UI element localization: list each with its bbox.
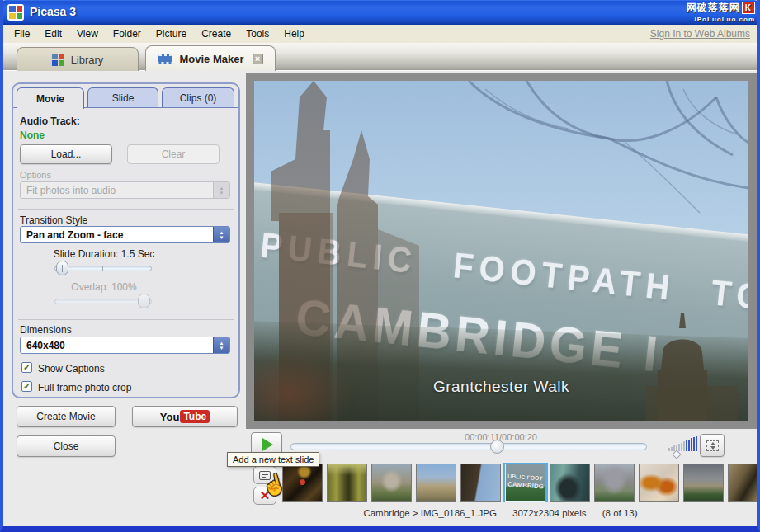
timeline-thumb[interactable] — [490, 440, 504, 454]
menu-item-file[interactable]: File — [7, 26, 37, 42]
status-position: (8 of 13) — [602, 508, 638, 518]
watermark: 网破落落网K iPoLuoLuo.com — [687, 2, 755, 25]
sign-in-link[interactable]: Sign In to Web Albums — [650, 28, 750, 40]
cupola-dome — [630, 304, 737, 421]
slider-thumb[interactable] — [56, 261, 68, 275]
full-frame-checkbox[interactable]: ✓ — [21, 381, 32, 392]
transition-style-select[interactable]: Pan and Zoom - face ▲▼ — [20, 226, 230, 243]
filmstrip-thumbnail-cambridge-sign[interactable]: UBLIC FOOTCAMBRIDG — [505, 464, 545, 502]
overlap-label: Overlap: 100% — [38, 281, 170, 293]
filmstrip-thumbnail-stone-monument[interactable] — [371, 464, 412, 502]
fullscreen-button[interactable] — [700, 434, 725, 457]
overlap-slider — [54, 294, 152, 308]
status-file: Cambridge > IMG_0186_1.JPG — [363, 508, 496, 518]
thumbnail-sign-text: UBLIC FOOT — [507, 473, 543, 481]
filmstrip-thumbnail-tree-avenue[interactable] — [327, 464, 367, 502]
slider-thumb — [138, 294, 150, 308]
library-grid-icon — [52, 54, 64, 66]
menu-item-view[interactable]: View — [69, 26, 106, 42]
volume-marker[interactable] — [672, 450, 681, 459]
full-frame-label: Full frame photo crop — [38, 382, 131, 393]
menu-item-help[interactable]: Help — [276, 26, 312, 42]
tooltip: Add a new text slide — [227, 452, 319, 467]
tab-movie-maker[interactable]: Movie Maker × — [145, 45, 276, 71]
show-captions-label: Show Captions — [38, 363, 105, 374]
filmstrip-thumbnail-gothic-chapel[interactable] — [594, 464, 635, 502]
tab-movie-maker-label: Movie Maker — [179, 53, 243, 65]
menu-item-folder[interactable]: Folder — [106, 26, 149, 42]
youtube-you-label: You — [160, 411, 180, 423]
panel-tab-movie[interactable]: Movie — [17, 87, 84, 109]
filmstrip-thumbnail-punting-person[interactable] — [550, 464, 590, 502]
filmstrip-thumbnail-college-building[interactable] — [416, 464, 456, 502]
close-button[interactable]: Close — [17, 435, 116, 457]
filmstrip-thumbnail-stone-archway[interactable] — [728, 464, 757, 502]
create-movie-button[interactable]: Create Movie — [17, 406, 116, 427]
movie-settings-panel: Audio Track: None Load... Clear Options … — [12, 82, 240, 398]
filmstrip: UBLIC FOOTCAMBRIDG — [282, 463, 757, 502]
picasa-logo-icon — [7, 4, 24, 21]
dimensions-label: Dimensions — [20, 324, 72, 336]
play-icon — [262, 438, 273, 451]
panel-tab-slide[interactable]: Slide — [87, 87, 158, 107]
audio-track-value: None — [20, 129, 45, 141]
divider — [18, 209, 234, 210]
status-bar: Cambridge > IMG_0186_1.JPG 3072x2304 pix… — [244, 508, 757, 518]
menu-item-create[interactable]: Create — [194, 26, 238, 42]
menu-item-picture[interactable]: Picture — [149, 26, 194, 42]
tab-close-icon[interactable]: × — [253, 54, 263, 64]
watermark-url: iPoLuoLuo.com — [687, 14, 755, 25]
divider — [18, 319, 234, 320]
clear-button: Clear — [127, 144, 220, 164]
fullscreen-icon — [706, 440, 719, 451]
filmstrip-thumbnail-drinks-table[interactable] — [639, 464, 679, 502]
youtube-tube-label: Tube — [180, 410, 210, 423]
menu-item-edit[interactable]: Edit — [37, 26, 69, 42]
slide-duration-label: Slide Duration: 1.5 Sec — [38, 248, 170, 260]
stepper-icon: ▲▼ — [213, 182, 229, 198]
dimensions-value: 640x480 — [21, 340, 213, 351]
menu-bar: FileEditViewFolderPictureCreateToolsHelp — [3, 25, 757, 43]
transition-style-label: Transition Style — [20, 214, 87, 226]
tab-library-label: Library — [71, 54, 104, 66]
menu-item-tools[interactable]: Tools — [238, 26, 276, 42]
filmstrip-thumbnail-dark-church[interactable] — [460, 464, 501, 502]
preview-frame: PUBLIC FOOTPATH TO CAMBRIDGE I — [246, 73, 757, 429]
transition-style-value: Pan and Zoom - face — [21, 229, 213, 241]
filmstrip-thumbnail-college-storm-sky[interactable] — [683, 464, 724, 502]
filmstrip-thumbnail-ornate-gate[interactable] — [282, 464, 323, 502]
stepper-icon[interactable]: ▲▼ — [213, 337, 229, 353]
slider-track[interactable] — [54, 266, 152, 271]
stepper-icon[interactable]: ▲▼ — [213, 227, 229, 242]
slide-duration-slider[interactable] — [54, 261, 152, 275]
dimensions-select[interactable]: 640x480 ▲▼ — [20, 337, 230, 354]
show-captions-checkbox[interactable]: ✓ — [21, 362, 32, 373]
slide-caption: Grantchester Walk — [254, 378, 748, 396]
options-label: Options — [20, 170, 51, 180]
options-select-value: Fit photos into audio — [21, 185, 213, 196]
watermark-badge: K — [742, 2, 755, 14]
slider-tick — [102, 266, 103, 271]
youtube-button[interactable]: YouTube — [132, 406, 238, 427]
picasa-window: Picasa 3 网破落落网K iPoLuoLuo.com FileEditVi… — [0, 0, 760, 532]
audio-track-label: Audio Track: — [20, 115, 80, 127]
filmstrip-icon — [158, 54, 172, 64]
watermark-text: 网破落落网 — [687, 2, 740, 13]
options-select: Fit photos into audio ▲▼ — [20, 181, 230, 199]
load-button[interactable]: Load... — [20, 144, 112, 164]
thumbnail-sign-text: CAMBRIDG — [507, 480, 545, 490]
status-dimensions: 3072x2304 pixels — [512, 508, 587, 518]
preview-image: PUBLIC FOOTPATH TO CAMBRIDGE I — [254, 81, 748, 421]
panel-tab-clips-0[interactable]: Clips (0) — [162, 87, 234, 107]
volume-meter-icon[interactable] — [668, 435, 700, 451]
timeline-track[interactable] — [290, 443, 647, 450]
tab-library[interactable]: Library — [17, 47, 139, 71]
window-title: Picasa 3 — [30, 5, 76, 18]
title-bar[interactable]: Picasa 3 网破落落网K iPoLuoLuo.com — [0, 0, 760, 25]
